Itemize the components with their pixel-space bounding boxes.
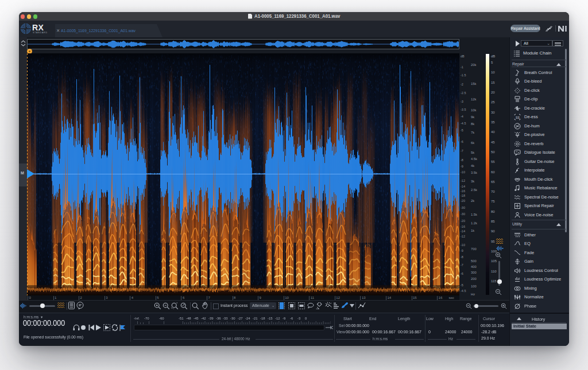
svg-text:ss: ss (516, 115, 520, 119)
